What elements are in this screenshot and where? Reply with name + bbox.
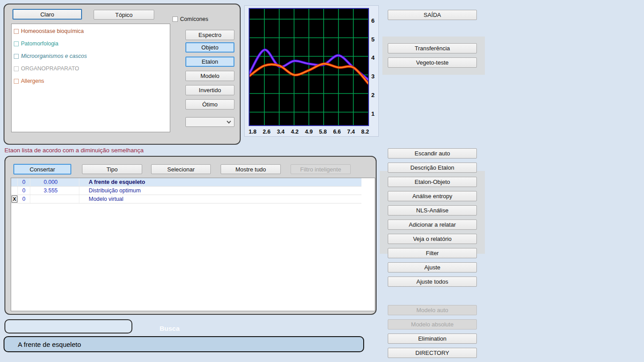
view-button-objeto[interactable]: Objeto bbox=[185, 42, 234, 53]
chevron-down-icon bbox=[227, 119, 231, 124]
action-buttons: Escandir autoDescrição EtalonEtalon-Obje… bbox=[388, 148, 477, 287]
mode-dropdown[interactable] bbox=[185, 117, 234, 127]
category-item-patomorfologia[interactable]: Patomorfologia bbox=[12, 37, 170, 50]
row-value-cell bbox=[30, 195, 79, 203]
row-value-cell: 3.555 bbox=[30, 187, 79, 195]
action-etalon-objeto[interactable]: Etalon-Objeto bbox=[388, 177, 477, 187]
category-label: Allergens bbox=[21, 78, 44, 84]
action-nls-analise[interactable]: NLS-Análise bbox=[388, 205, 477, 216]
chart-y-axis: 123456 bbox=[371, 8, 379, 126]
model-buttons: Modelo autoModelo absoluteEliminationDIR… bbox=[388, 305, 477, 358]
tab-label: Tópico bbox=[115, 12, 132, 18]
tab-label: Claro bbox=[40, 11, 54, 18]
category-label: Microorganismos e cascos bbox=[21, 53, 87, 59]
etalon-list-heading: Etaon lista de acordo com a diminuição s… bbox=[4, 147, 144, 154]
busca-label: Busca bbox=[160, 325, 180, 332]
chart-x-axis: 1.82.63.44.24.95.86.67.48.2 bbox=[249, 129, 369, 135]
view-button-modelo[interactable]: Modelo bbox=[185, 71, 234, 81]
row-flag-cell bbox=[11, 187, 18, 195]
category-checkbox[interactable] bbox=[14, 66, 19, 71]
tab-claro[interactable]: Claro bbox=[12, 9, 82, 20]
row-exclude-marker[interactable]: X bbox=[12, 195, 17, 203]
action-ajuste-todos[interactable]: Ajuste todos bbox=[388, 277, 477, 287]
row-value-cell: 0.000 bbox=[30, 178, 79, 186]
row-count-cell: 0 bbox=[18, 178, 30, 186]
row-name-cell: Modelo virtual bbox=[79, 196, 361, 202]
model-modelo-auto: Modelo auto bbox=[388, 305, 477, 315]
category-label: Patomorfologia bbox=[21, 41, 58, 47]
x-tick-label: 8.2 bbox=[361, 129, 369, 135]
comicones-checkbox[interactable] bbox=[172, 16, 178, 22]
category-label: ORGANOPRAPARATO bbox=[21, 65, 79, 72]
action-analise-entropy[interactable]: Análise entropy bbox=[388, 191, 477, 201]
row-count-cell: 0 bbox=[18, 187, 30, 195]
x-tick-label: 1.8 bbox=[249, 129, 256, 135]
table-row[interactable]: 03.555Distribuição optimum bbox=[11, 187, 361, 195]
selected-etalon-box: A frente de esqueleto bbox=[4, 336, 364, 352]
y-tick-label: 2 bbox=[371, 92, 375, 98]
category-item-organopraparato[interactable]: ORGANOPRAPARATO bbox=[12, 62, 170, 75]
model-elimination[interactable]: Elimination bbox=[388, 334, 477, 344]
transfer-buttons: TransferênciaVegeto-teste bbox=[388, 43, 477, 68]
y-tick-label: 6 bbox=[371, 17, 375, 24]
row-flag-cell bbox=[11, 178, 18, 186]
toolbar-selecionar[interactable]: Selecionar bbox=[151, 164, 211, 174]
saida-button[interactable]: SAÍDA bbox=[388, 10, 477, 20]
model-modelo-absolute: Modelo absolute bbox=[388, 319, 477, 329]
transferencia-button[interactable]: Transferência bbox=[388, 43, 477, 53]
category-item-allergens[interactable]: Allergens bbox=[12, 75, 170, 87]
view-button-etalon[interactable]: Etalon bbox=[185, 57, 234, 67]
comicones-row: Comícones bbox=[172, 16, 208, 22]
x-tick-label: 6.6 bbox=[333, 129, 340, 135]
spectrum-plot bbox=[249, 8, 369, 126]
category-item-microorganismos-e-cascos[interactable]: Microorganismos e cascos bbox=[12, 50, 170, 62]
x-tick-label: 5.8 bbox=[319, 129, 327, 135]
category-checkbox[interactable] bbox=[14, 79, 19, 84]
toolbar-filtro-inteligente: Filtro inteligente bbox=[291, 164, 351, 174]
x-tick-label: 2.6 bbox=[263, 129, 271, 135]
x-tick-label: 7.4 bbox=[347, 129, 355, 135]
category-label: Homeoostase bioquímica bbox=[21, 28, 84, 34]
comicones-label: Comícones bbox=[180, 16, 208, 22]
row-flag-cell: X bbox=[11, 195, 18, 203]
selected-etalon-name: A frente de esqueleto bbox=[18, 341, 81, 348]
search-input[interactable] bbox=[4, 319, 132, 334]
category-item-homeoostase-bioquimica[interactable]: Homeoostase bioquímica bbox=[12, 25, 170, 37]
etalon-panel: ConsertarTipoSelecionarMostre tudoFiltro… bbox=[4, 156, 377, 315]
toolbar-tipo[interactable]: Tipo bbox=[82, 164, 142, 174]
y-tick-label: 5 bbox=[371, 36, 375, 43]
view-button-otimo[interactable]: Ótimo bbox=[185, 99, 234, 110]
tab-topico[interactable]: Tópico bbox=[94, 10, 154, 20]
x-tick-label: 4.9 bbox=[305, 129, 312, 135]
category-checkbox[interactable] bbox=[14, 41, 19, 46]
row-count-cell: 0 bbox=[18, 195, 30, 203]
action-escandir-auto[interactable]: Escandir auto bbox=[388, 148, 477, 159]
toolbar-consertar[interactable]: Consertar bbox=[13, 164, 71, 175]
action-descricao-etalon[interactable]: Descrição Etalon bbox=[388, 163, 477, 173]
x-tick-label: 4.2 bbox=[291, 129, 299, 135]
spectrum-chart-panel: 123456 1.82.63.44.24.95.86.67.48.2 bbox=[244, 5, 379, 137]
table-row[interactable]: 00.000A frente de esqueleto bbox=[11, 178, 361, 187]
etalon-table[interactable]: 00.000A frente de esqueleto03.555Distrib… bbox=[11, 178, 375, 311]
table-row[interactable]: X0Modelo virtual bbox=[11, 195, 361, 203]
row-name-cell: Distribuição optimum bbox=[79, 187, 361, 194]
category-checkbox[interactable] bbox=[14, 54, 19, 59]
vegeto-teste-button[interactable]: Vegeto-teste bbox=[388, 57, 477, 68]
toolbar-mostre-tudo[interactable]: Mostre tudo bbox=[221, 164, 281, 174]
action-ajuste[interactable]: Ajuste bbox=[388, 262, 477, 273]
model-directory[interactable]: DIRECTORY bbox=[388, 348, 477, 358]
view-button-espectro[interactable]: Espectro bbox=[185, 30, 234, 40]
action-veja-o-relatorio[interactable]: Veja o relatório bbox=[388, 234, 477, 244]
y-tick-label: 1 bbox=[371, 110, 375, 117]
y-tick-label: 3 bbox=[371, 73, 375, 80]
y-tick-label: 4 bbox=[371, 54, 375, 61]
category-list[interactable]: Homeoostase bioquímicaPatomorfologiaMicr… bbox=[11, 24, 170, 132]
category-checkbox[interactable] bbox=[14, 29, 19, 34]
action-filter[interactable]: Filter bbox=[388, 248, 477, 258]
x-tick-label: 3.4 bbox=[277, 129, 284, 135]
app-screen: ClaroTópico Comícones Homeoostase bioquí… bbox=[0, 0, 644, 362]
action-adicionar-a-relatar[interactable]: Adicionar a relatar bbox=[388, 220, 477, 230]
category-panel: ClaroTópico Comícones Homeoostase bioquí… bbox=[4, 4, 241, 145]
row-name-cell: A frente de esqueleto bbox=[79, 179, 361, 185]
view-button-invertido[interactable]: Invertido bbox=[185, 85, 234, 95]
